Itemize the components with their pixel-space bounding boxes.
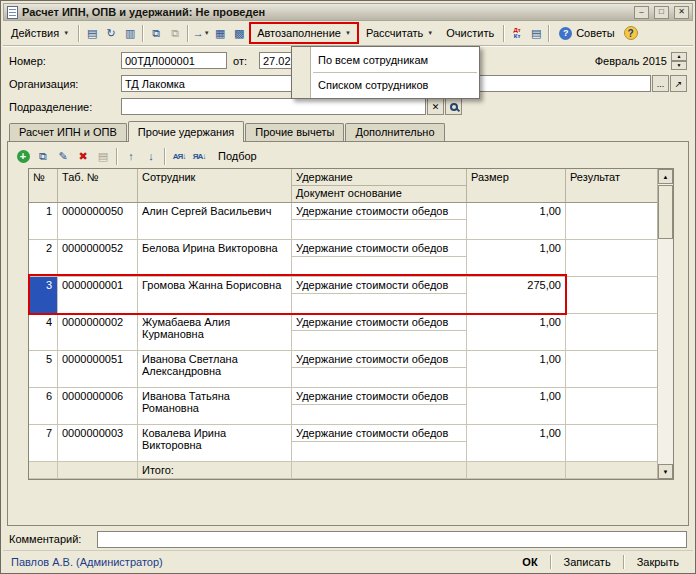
document-base-value[interactable] xyxy=(292,294,466,313)
cell-num[interactable]: 1 xyxy=(29,203,58,239)
department-input[interactable] xyxy=(121,98,426,115)
grid-settings-icon[interactable]: ▩ xyxy=(230,25,248,42)
cell-size[interactable]: 275,00 xyxy=(467,277,566,313)
pick-button[interactable]: Подбор xyxy=(210,147,265,165)
delete-row-icon[interactable]: ✖ xyxy=(74,148,92,165)
cell-result[interactable] xyxy=(566,240,657,276)
table-row[interactable]: 4 0000000002 Жумабаева Алия Курмановна У… xyxy=(29,314,673,351)
number-input[interactable] xyxy=(121,52,227,69)
move-up-icon[interactable]: ↑ xyxy=(122,148,140,165)
cell-result[interactable] xyxy=(566,351,657,387)
header-num[interactable]: № xyxy=(29,169,58,202)
scroll-up-icon[interactable]: ▲ xyxy=(658,169,673,184)
cell-size[interactable]: 1,00 xyxy=(467,425,566,461)
tab-other-deductions[interactable]: Прочие удержания xyxy=(128,121,244,142)
table-row[interactable]: 2 0000000052 Белова Ирина Викторовна Уде… xyxy=(29,240,673,277)
cell-result[interactable] xyxy=(566,388,657,424)
reread-icon[interactable]: ▥ xyxy=(121,25,139,42)
autofill-button[interactable]: Автозаполнение ▼ xyxy=(251,24,357,42)
cell-size[interactable]: 1,00 xyxy=(467,314,566,350)
menu-item-employee-list[interactable]: Списком сотрудников xyxy=(293,73,478,97)
cell-tab-number[interactable]: 0000000050 xyxy=(58,203,138,239)
header-deduction[interactable]: Удержание Документ основание xyxy=(292,169,467,202)
cell-tab-number[interactable]: 0000000006 xyxy=(58,388,138,424)
responsible-user-link[interactable]: Павлов А.В. (Администратор) xyxy=(7,556,167,568)
cell-employee[interactable]: Жумабаева Алия Курмановна xyxy=(138,314,292,350)
maximize-button[interactable]: □ xyxy=(654,6,669,19)
department-find-button[interactable] xyxy=(445,98,462,115)
cell-deduction[interactable]: Удержание стоимости обедов xyxy=(292,203,467,239)
document-base-value[interactable] xyxy=(292,220,466,239)
deduction-value[interactable]: Удержание стоимости обедов xyxy=(292,277,466,294)
cell-size[interactable]: 1,00 xyxy=(467,240,566,276)
help-icon[interactable]: ? xyxy=(622,25,640,42)
header-size[interactable]: Размер xyxy=(467,169,566,202)
document-base-value[interactable] xyxy=(292,442,466,461)
sort-ascending-icon[interactable]: АЯ↓ xyxy=(170,148,188,165)
table-row[interactable]: 1 0000000050 Алин Сергей Васильевич Удер… xyxy=(29,203,673,240)
copy-icon[interactable]: ⧉ xyxy=(147,25,165,42)
deduction-value[interactable]: Удержание стоимости обедов xyxy=(292,203,466,220)
table-row[interactable]: 6 0000000006 Иванова Татьяна Романовна У… xyxy=(29,388,673,425)
cell-tab-number[interactable]: 0000000052 xyxy=(58,240,138,276)
cell-tab-number[interactable]: 0000000002 xyxy=(58,314,138,350)
document-base-value[interactable] xyxy=(292,368,466,387)
organization-open-button[interactable]: ↗ xyxy=(670,75,687,92)
cell-size[interactable]: 1,00 xyxy=(467,351,566,387)
cell-deduction[interactable]: Удержание стоимости обедов xyxy=(292,277,467,313)
header-document-base[interactable]: Документ основание xyxy=(292,186,466,202)
spin-down-icon[interactable]: ▼ xyxy=(671,61,687,70)
scroll-down-icon[interactable]: ▼ xyxy=(658,464,673,479)
tab-ipn-opv[interactable]: Расчет ИПН и ОПВ xyxy=(9,123,127,141)
title-bar[interactable]: Расчет ИПН, ОПВ и удержаний: Не проведен… xyxy=(3,3,693,21)
department-clear-button[interactable]: ✕ xyxy=(427,98,444,115)
deduction-value[interactable]: Удержание стоимости обедов xyxy=(292,314,466,331)
header-deduction-top[interactable]: Удержание xyxy=(292,169,466,186)
copy-row-icon[interactable]: ⧉ xyxy=(34,148,52,165)
dtkt-icon[interactable]: ДтКт xyxy=(508,25,526,42)
close-document-button[interactable]: Закрыть xyxy=(627,554,689,570)
cell-num[interactable]: 2 xyxy=(29,240,58,276)
cell-deduction[interactable]: Удержание стоимости обедов xyxy=(292,314,467,350)
header-tab-number[interactable]: Таб. № xyxy=(58,169,138,202)
tips-button[interactable]: ? Советы xyxy=(553,24,620,43)
cell-result[interactable] xyxy=(566,314,657,350)
cell-num[interactable]: 5 xyxy=(29,351,58,387)
header-employee[interactable]: Сотрудник xyxy=(138,169,292,202)
deduction-value[interactable]: Удержание стоимости обедов xyxy=(292,388,466,405)
document-base-value[interactable] xyxy=(292,257,466,276)
refresh-icon[interactable]: ↻ xyxy=(102,25,120,42)
organization-choose-button[interactable]: ... xyxy=(652,75,669,92)
cell-num[interactable]: 7 xyxy=(29,425,58,461)
table-row[interactable]: 5 0000000051 Иванова Светлана Александро… xyxy=(29,351,673,388)
scrollbar-thumb[interactable] xyxy=(658,185,673,239)
cell-num[interactable]: 6 xyxy=(29,388,58,424)
open-list-icon[interactable]: ▤ xyxy=(83,25,101,42)
comment-input[interactable] xyxy=(97,531,687,548)
deduction-value[interactable]: Удержание стоимости обедов xyxy=(292,351,466,368)
table-row-selected[interactable]: 3 0000000001 Громова Жанна Борисовна Уде… xyxy=(29,277,673,314)
cell-result[interactable] xyxy=(566,277,657,313)
cell-employee[interactable]: Иванова Светлана Александровна xyxy=(138,351,292,387)
deduction-value[interactable]: Удержание стоимости обедов xyxy=(292,240,466,257)
cell-employee[interactable]: Иванова Татьяна Романовна xyxy=(138,388,292,424)
grid-icon[interactable]: ▦ xyxy=(211,25,229,42)
ok-button[interactable]: ОК xyxy=(512,554,547,570)
move-down-icon[interactable]: ↓ xyxy=(142,148,160,165)
header-result[interactable]: Результат xyxy=(566,169,657,202)
sort-descending-icon[interactable]: ЯА↓ xyxy=(190,148,208,165)
cell-deduction[interactable]: Удержание стоимости обедов xyxy=(292,240,467,276)
vertical-scrollbar[interactable]: ▲ ▼ xyxy=(657,169,673,479)
cell-deduction[interactable]: Удержание стоимости обедов xyxy=(292,425,467,461)
clear-button[interactable]: Очистить xyxy=(440,24,500,42)
tab-additional[interactable]: Дополнительно xyxy=(345,123,444,141)
tab-other-allowances[interactable]: Прочие вычеты xyxy=(245,123,344,141)
cell-tab-number[interactable]: 0000000001 xyxy=(58,277,138,313)
document-base-value[interactable] xyxy=(292,405,466,424)
cell-num[interactable]: 4 xyxy=(29,314,58,350)
add-row-icon[interactable]: + xyxy=(14,148,32,165)
cell-employee[interactable]: Громова Жанна Борисовна xyxy=(138,277,292,313)
menu-item-all-employees[interactable]: По всем сотрудникам xyxy=(293,48,478,72)
go-icon[interactable]: →▼ xyxy=(192,25,210,42)
spin-up-icon[interactable]: ▲ xyxy=(671,52,687,61)
